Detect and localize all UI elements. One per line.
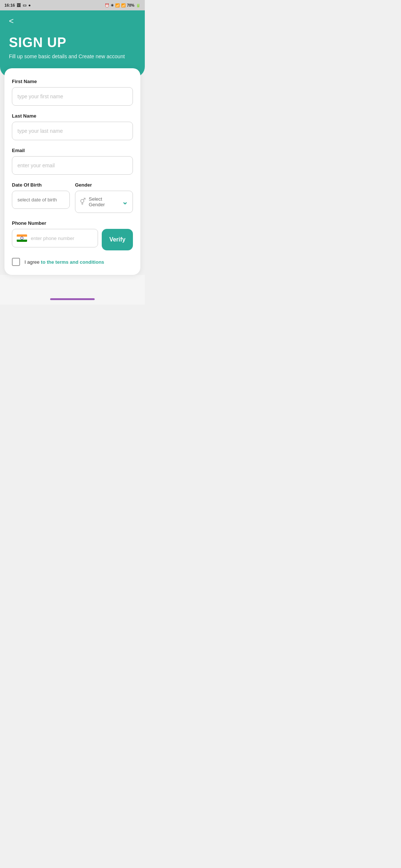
gender-select[interactable]: ⚥ Select Gender ⌄ (75, 191, 133, 213)
gender-placeholder: Select Gender (89, 196, 119, 207)
dob-label: Date Of Birth (12, 182, 70, 188)
dob-input[interactable] (12, 191, 70, 209)
notification-dot: ● (28, 3, 31, 7)
page-title: SIGN UP (9, 35, 136, 50)
phone-label: Phone Number (12, 220, 133, 226)
phone-row: enter phone number Verify (12, 229, 133, 250)
battery-level: 70% (127, 3, 134, 7)
terms-link[interactable]: to the terms and conditions (41, 259, 104, 265)
signup-form: First Name Last Name Email Date Of Birth… (4, 68, 140, 275)
status-bar: 16:16 🖼 ▭ ● ⏰ ✳ 📶 📶 70% 🔋 (0, 0, 145, 10)
battery-icon: 🔋 (136, 3, 140, 7)
phone-input-box[interactable]: enter phone number (12, 229, 98, 247)
page-subtitle: Fill up some basic details and Create ne… (9, 53, 136, 59)
first-name-label: First Name (12, 79, 133, 84)
alarm-icon: ⏰ (105, 3, 109, 7)
gender-field-group: Gender ⚥ Select Gender ⌄ (75, 182, 133, 213)
bottom-area (0, 275, 145, 305)
last-name-field-group: Last Name (12, 113, 133, 140)
email-field-group: Email (12, 148, 133, 175)
header: < SIGN UP Fill up some basic details and… (0, 10, 145, 77)
chevron-down-icon: ⌄ (122, 197, 128, 206)
terms-static-text: I agree (25, 259, 41, 265)
last-name-input[interactable] (12, 122, 133, 140)
terms-checkbox[interactable] (12, 258, 20, 266)
screen-icon: ▭ (23, 3, 26, 8)
wifi-icon: 📶 (115, 3, 120, 7)
terms-row: I agree to the terms and conditions (12, 258, 133, 266)
last-name-label: Last Name (12, 113, 133, 119)
first-name-input[interactable] (12, 87, 133, 106)
signal-icon: 📶 (121, 3, 125, 7)
status-right: ⏰ ✳ 📶 📶 70% 🔋 (105, 3, 140, 7)
verify-button[interactable]: Verify (102, 229, 133, 250)
email-label: Email (12, 148, 133, 153)
phone-placeholder: enter phone number (31, 236, 74, 241)
terms-text: I agree to the terms and conditions (25, 259, 104, 265)
status-left: 16:16 🖼 ▭ ● (4, 3, 31, 8)
gender-label: Gender (75, 182, 133, 188)
dob-gender-row: Date Of Birth Gender ⚥ Select Gender ⌄ (12, 182, 133, 213)
dob-field-group: Date Of Birth (12, 182, 70, 213)
status-time: 16:16 (4, 3, 15, 7)
phone-input-group: enter phone number (12, 229, 98, 247)
india-flag-icon (17, 234, 27, 242)
home-indicator (50, 298, 95, 300)
back-button[interactable]: < (9, 16, 14, 26)
bluetooth-icon: ✳ (111, 3, 114, 7)
phone-field-group: Phone Number enter phone number Verify (12, 220, 133, 250)
email-input[interactable] (12, 156, 133, 175)
first-name-field-group: First Name (12, 79, 133, 106)
gender-icon: ⚥ (80, 198, 86, 206)
photo-icon: 🖼 (17, 3, 21, 7)
